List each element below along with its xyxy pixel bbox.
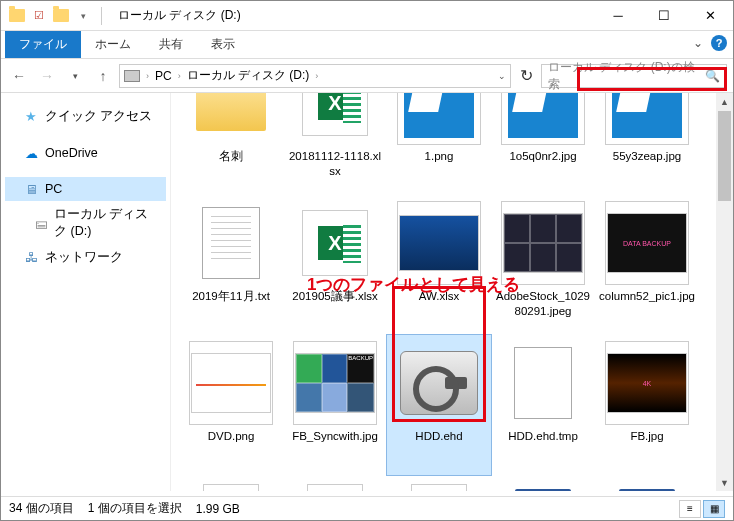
crumb-pc[interactable]: PC (155, 69, 172, 83)
excel-icon: X (203, 484, 259, 491)
ribbon-tabs: ファイル ホーム 共有 表示 ⌄ ? (1, 31, 733, 59)
monitor-icon: 🖥 (23, 181, 39, 197)
image-thumb (508, 93, 578, 138)
file-item-selected[interactable]: HDD.ehd (387, 335, 491, 475)
folder-icon (196, 93, 266, 131)
ribbon-collapse-icon[interactable]: ⌄ (693, 36, 703, 50)
tree-drive-d[interactable]: 🖴ローカル ディスク (D:) (5, 202, 166, 244)
file-item[interactable]: X (387, 475, 491, 491)
chevron-right-icon[interactable]: › (315, 71, 318, 81)
search-icon[interactable]: 🔍 (705, 69, 720, 83)
file-item[interactable]: W (595, 475, 699, 491)
drive-icon (124, 70, 140, 82)
file-pane: 名刺 X20181112-1118.xlsx 1.png 1o5q0nr2.jp… (171, 93, 733, 491)
image-thumb (503, 213, 583, 273)
nav-tree: ★クイック アクセス ☁OneDrive 🖥PC 🖴ローカル ディスク (D:)… (1, 93, 171, 491)
file-item[interactable]: 1.png (387, 93, 491, 195)
image-thumb: DATA BACKUP (607, 213, 687, 273)
view-icons-button[interactable]: ▦ (703, 500, 725, 518)
word-icon: W (515, 489, 571, 491)
help-icon[interactable]: ? (711, 35, 727, 51)
image-thumb (404, 93, 474, 138)
tab-home[interactable]: ホーム (81, 31, 145, 58)
status-item-count: 34 個の項目 (9, 500, 74, 517)
file-item[interactable]: 4KFB.jpg (595, 335, 699, 475)
chevron-right-icon[interactable]: › (178, 71, 181, 81)
excel-icon: X (302, 93, 368, 136)
maximize-button[interactable]: ☐ (641, 1, 687, 31)
file-item[interactable]: DVD.png (179, 335, 283, 475)
excel-icon: X (307, 484, 363, 491)
file-item[interactable]: X20181112-1118.xlsx (283, 93, 387, 195)
file-item[interactable]: AdobeStock_102980291.jpeg (491, 195, 595, 335)
scroll-thumb[interactable] (718, 111, 731, 201)
back-button[interactable]: ← (7, 64, 31, 88)
file-item[interactable]: X (283, 475, 387, 491)
app-icon (9, 8, 25, 24)
view-details-button[interactable]: ≡ (679, 500, 701, 518)
image-thumb (399, 215, 479, 271)
tab-share[interactable]: 共有 (145, 31, 197, 58)
checkbox-icon[interactable]: ☑ (31, 8, 47, 24)
tree-pc[interactable]: 🖥PC (5, 177, 166, 201)
up-button[interactable]: ↑ (91, 64, 115, 88)
window-title: ローカル ディスク (D:) (118, 7, 241, 24)
file-item[interactable]: HDD.ehd.tmp (491, 335, 595, 475)
window-controls: ─ ☐ ✕ (595, 1, 733, 31)
image-thumb: 4K (607, 353, 687, 413)
scrollbar[interactable]: ▲ ▼ (716, 93, 733, 491)
forward-button[interactable]: → (35, 64, 59, 88)
drive-icon: 🖴 (35, 215, 48, 231)
file-item[interactable]: 1o5q0nr2.jpg (491, 93, 595, 195)
star-icon: ★ (23, 109, 39, 125)
scroll-up-icon[interactable]: ▲ (716, 93, 733, 110)
status-size: 1.99 GB (196, 502, 240, 516)
file-item[interactable]: X (179, 475, 283, 491)
file-item[interactable]: BACKUPFB_Syncwith.jpg (283, 335, 387, 475)
folder-icon[interactable] (53, 8, 69, 24)
file-item[interactable]: W (491, 475, 595, 491)
excel-icon: X (302, 210, 368, 276)
file-item[interactable]: AW.xlsx (387, 195, 491, 335)
status-bar: 34 個の項目 1 個の項目を選択 1.99 GB ≡ ▦ (1, 496, 733, 520)
recent-dropdown-icon[interactable]: ▾ (63, 64, 87, 88)
crumb-drive[interactable]: ローカル ディスク (D:) (187, 67, 310, 84)
close-button[interactable]: ✕ (687, 1, 733, 31)
dropdown-icon[interactable]: ▾ (75, 8, 91, 24)
image-thumb: BACKUP (295, 353, 375, 413)
file-item[interactable]: 名刺 (179, 93, 283, 195)
quick-access-toolbar: ☑ ▾ (1, 7, 114, 25)
refresh-button[interactable]: ↻ (515, 65, 537, 87)
tab-file[interactable]: ファイル (5, 31, 81, 58)
text-file-icon (202, 207, 260, 279)
status-selection: 1 個の項目を選択 (88, 500, 182, 517)
word-icon: W (619, 489, 675, 491)
network-icon: 🖧 (23, 250, 39, 266)
address-bar[interactable]: › PC › ローカル ディスク (D:) › ⌄ (119, 64, 511, 88)
tree-onedrive[interactable]: ☁OneDrive (5, 141, 166, 165)
tab-view[interactable]: 表示 (197, 31, 249, 58)
file-item[interactable]: 2019年11月.txt (179, 195, 283, 335)
search-input[interactable]: ローカル ディスク (D:)の検索 🔍 (541, 64, 727, 88)
file-item[interactable]: 55y3zeap.jpg (595, 93, 699, 195)
tree-network[interactable]: 🖧ネットワーク (5, 245, 166, 270)
image-thumb (191, 353, 271, 413)
chevron-right-icon[interactable]: › (146, 71, 149, 81)
file-item[interactable]: DATA BACKUPcolumn52_pic1.jpg (595, 195, 699, 335)
title-bar: ☑ ▾ ローカル ディスク (D:) ─ ☐ ✕ (1, 1, 733, 31)
minimize-button[interactable]: ─ (595, 1, 641, 31)
image-thumb (612, 93, 682, 138)
search-placeholder: ローカル ディスク (D:)の検索 (548, 59, 705, 93)
separator (101, 7, 102, 25)
tree-quick-access[interactable]: ★クイック アクセス (5, 104, 166, 129)
cloud-icon: ☁ (23, 145, 39, 161)
nav-bar: ← → ▾ ↑ › PC › ローカル ディスク (D:) › ⌄ ↻ ローカル… (1, 59, 733, 93)
excel-icon: X (411, 484, 467, 491)
generic-file-icon (514, 347, 572, 419)
scroll-down-icon[interactable]: ▼ (716, 474, 733, 491)
file-item[interactable]: X201905議事.xlsx (283, 195, 387, 335)
address-dropdown-icon[interactable]: ⌄ (498, 71, 506, 81)
ehd-file-icon (400, 351, 478, 415)
